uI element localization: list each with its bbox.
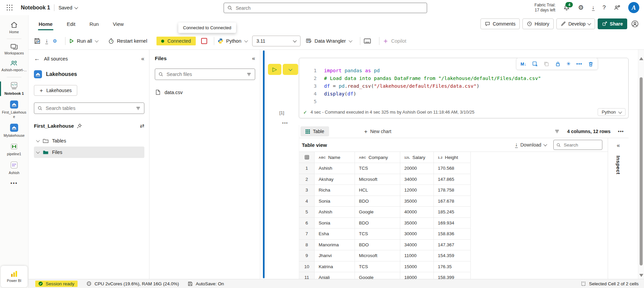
add-lakehouse-button[interactable]: + Lakehouses: [34, 85, 77, 96]
clear-outputs-icon[interactable]: [532, 61, 538, 67]
table-cell[interactable]: Esha: [315, 229, 355, 239]
table-row[interactable]: 6SoniaBDO35000169.934: [299, 218, 471, 229]
table-cell[interactable]: Microsoft: [355, 250, 400, 261]
code-line[interactable]: 4display(df): [299, 90, 628, 98]
table-row[interactable]: 2AkshayMicrosoft34000147.865: [299, 174, 471, 185]
table-cell[interactable]: 167.678: [434, 196, 471, 207]
column-header-company[interactable]: ABCCompany: [355, 152, 400, 163]
rail-item-mylakehouse[interactable]: Mylakehouse: [0, 121, 28, 140]
save-status-dropdown[interactable]: Saved: [58, 5, 78, 10]
table-cell[interactable]: 35000: [400, 218, 434, 229]
output-tab-table[interactable]: Table: [301, 126, 329, 136]
tree-item-files[interactable]: Files: [34, 147, 144, 158]
lock-cell-icon[interactable]: [555, 61, 561, 67]
select-all-cell[interactable]: [299, 152, 315, 163]
table-cell[interactable]: Jhanvi: [315, 250, 355, 261]
rail-item-pipeline1[interactable]: pipeline1: [0, 140, 28, 159]
cell-language-dropdown[interactable]: Python: [598, 108, 626, 116]
reader-mode-button[interactable]: [630, 18, 640, 29]
develop-button[interactable]: Develop: [556, 18, 595, 29]
table-cell[interactable]: 40000: [400, 207, 434, 217]
table-cell[interactable]: 170.568: [434, 163, 471, 174]
run-cell-button[interactable]: ▷: [268, 64, 281, 75]
table-cell[interactable]: Richa: [315, 185, 355, 196]
delete-cell-icon[interactable]: [588, 61, 594, 67]
output-more-options-icon[interactable]: •••: [618, 129, 624, 134]
table-cell[interactable]: 169.934: [434, 218, 471, 229]
table-cell[interactable]: 178.758: [434, 185, 471, 196]
rail-item-workspaces[interactable]: Workspaces: [0, 41, 28, 58]
code-line[interactable]: 3df = pd.read_csv("/lakehouse/default/Fi…: [299, 82, 628, 90]
table-cell[interactable]: Google: [355, 207, 400, 217]
table-cell[interactable]: 15000: [400, 261, 434, 272]
export-download-icon[interactable]: ↓: [45, 38, 48, 44]
table-cell[interactable]: 34000: [400, 174, 434, 185]
language-dropdown[interactable]: Python: [218, 38, 247, 44]
tab-view[interactable]: View: [112, 19, 124, 29]
freeze-cell-icon[interactable]: ✳: [566, 61, 571, 67]
collapse-files-panel-icon[interactable]: «: [252, 55, 255, 62]
table-cell[interactable]: 185.245: [434, 207, 471, 217]
table-cell[interactable]: TCS: [355, 229, 400, 239]
inspect-tab[interactable]: Inspect: [615, 156, 621, 174]
tab-home[interactable]: Home: [38, 19, 53, 29]
table-row[interactable]: 10KatrinaTCS15000176.35: [299, 261, 471, 273]
scroll-down-arrow[interactable]: [639, 274, 643, 277]
table-cell[interactable]: Sonia: [315, 218, 355, 229]
filter-icon[interactable]: [246, 72, 251, 77]
table-cell[interactable]: 147.865: [434, 174, 471, 185]
scrollbar-thumb[interactable]: [640, 77, 643, 265]
table-cell[interactable]: 147.367: [434, 240, 471, 250]
session-status-connected[interactable]: Connected: [156, 37, 195, 45]
rail-item-notebook1[interactable]: </> Notebook 1: [0, 79, 28, 98]
tab-edit[interactable]: Edit: [66, 19, 76, 29]
autosave-status[interactable]: AutoSave: On: [188, 281, 224, 286]
vertical-scrollbar[interactable]: [638, 50, 644, 279]
global-search[interactable]: [224, 3, 427, 13]
run-all-button[interactable]: Run all: [69, 38, 98, 44]
tab-run[interactable]: Run: [89, 19, 100, 29]
history-button[interactable]: History: [522, 18, 554, 29]
expand-inspect-icon[interactable]: «: [617, 142, 620, 149]
rail-item-home[interactable]: Home: [0, 19, 28, 37]
table-cell[interactable]: Ashish: [315, 163, 355, 174]
table-cell[interactable]: 30000: [400, 229, 434, 239]
rail-item-ashish-report[interactable]: Ashish-report-...: [0, 58, 28, 75]
switch-lakehouse-icon[interactable]: ⇄: [140, 123, 144, 129]
downloads-icon[interactable]: ↓: [592, 5, 595, 11]
notifications-button[interactable]: 4: [563, 4, 570, 11]
table-row[interactable]: 7EshaTCS30000158.836: [299, 229, 471, 240]
settings-gear-icon[interactable]: ⚙: [578, 4, 584, 11]
all-sources-back[interactable]: ← All sources «: [34, 55, 144, 62]
table-cell[interactable]: 12000: [400, 185, 434, 196]
table-row[interactable]: 3RichaHCL12000178.758: [299, 185, 471, 196]
table-cell[interactable]: 158.836: [434, 229, 471, 239]
code-line[interactable]: 5: [299, 98, 628, 106]
table-cell[interactable]: TCS: [355, 261, 400, 272]
code-line[interactable]: 2# Load data into pandas DataFrame from …: [299, 75, 628, 82]
table-row[interactable]: 8ManorimaBDO34000147.367: [299, 240, 471, 251]
table-cell[interactable]: Katrina: [315, 261, 355, 272]
rail-more-button[interactable]: •••: [10, 177, 18, 189]
column-header-height[interactable]: 1.2Height: [434, 152, 471, 163]
search-tables-box[interactable]: [34, 102, 144, 114]
lakehouse-item[interactable]: First_Lakehouse ⇄: [34, 123, 144, 129]
insert-cell-menu[interactable]: •••: [282, 120, 288, 126]
table-cell[interactable]: Ashish: [315, 207, 355, 217]
power-bi-switcher[interactable]: Power BI: [1, 266, 28, 287]
search-tables-input[interactable]: [45, 105, 133, 111]
table-cell[interactable]: 11000: [400, 250, 434, 261]
session-settings-icon[interactable]: ⚙: [53, 39, 57, 44]
copilot-button[interactable]: Copilot: [383, 38, 406, 44]
table-row[interactable]: 9JhanviMicrosoft11000154.359: [299, 250, 471, 261]
restart-kernel-button[interactable]: Restart kernel: [108, 38, 147, 44]
search-input[interactable]: [235, 5, 423, 11]
table-cell[interactable]: HCL: [355, 185, 400, 196]
table-cell[interactable]: 35000: [400, 196, 434, 207]
new-chart-button[interactable]: + New chart: [364, 129, 391, 134]
rail-item-ashish-env[interactable]: Ashish: [0, 159, 28, 177]
data-wrangler-dropdown[interactable]: Data Wrangler: [306, 38, 352, 44]
rail-item-first-lakehouse[interactable]: First_Lakehouse: [0, 98, 28, 121]
cell-more-options-icon[interactable]: •••: [576, 61, 582, 67]
table-cell[interactable]: BDO: [355, 218, 400, 229]
